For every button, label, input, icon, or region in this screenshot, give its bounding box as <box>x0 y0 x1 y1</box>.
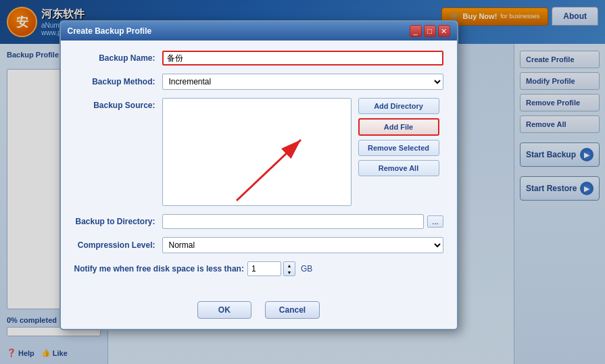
notify-value-input[interactable] <box>247 261 281 276</box>
backup-name-row: Backup Name: <box>74 51 443 66</box>
dialog-titlebar: Create Backup Profile _ □ ✕ <box>61 22 457 41</box>
notify-row: Notify me when free disk space is less t… <box>74 261 443 276</box>
cancel-button[interactable]: Cancel <box>265 301 320 319</box>
dialog-title: Create Backup Profile <box>68 26 152 36</box>
dialog-minimize-button[interactable]: _ <box>410 25 422 37</box>
backup-source-label: Backup Source: <box>74 98 162 110</box>
backup-method-label: Backup Method: <box>74 77 162 86</box>
dialog-footer: OK Cancel <box>61 294 457 329</box>
dialog-overlay: Create Backup Profile _ □ ✕ Backup Name:… <box>0 0 605 364</box>
notify-label: Notify me when free disk space is less t… <box>74 264 247 274</box>
ok-button[interactable]: OK <box>197 301 251 319</box>
backup-name-label: Backup Name: <box>74 53 162 63</box>
add-directory-button[interactable]: Add Directory <box>358 98 439 114</box>
compression-label: Compression Level: <box>74 240 162 250</box>
dialog-body: Backup Name: Backup Method: Incremental … <box>61 41 457 294</box>
remove-all-source-button[interactable]: Remove All <box>358 160 439 176</box>
source-buttons: Add Directory Add File Remove Selected R… <box>358 98 439 176</box>
spinner-down-button[interactable]: ▼ <box>284 269 295 276</box>
gb-label: GB <box>301 264 312 274</box>
add-file-button[interactable]: Add File <box>358 118 439 136</box>
dialog-maximize-button[interactable]: □ <box>424 25 436 37</box>
spinner-arrows: ▲ ▼ <box>283 261 295 276</box>
backup-to-dir-input[interactable] <box>162 214 425 229</box>
backup-to-dir-label: Backup to Directory: <box>74 217 162 226</box>
backup-to-dir-row: Backup to Directory: ... <box>74 214 443 229</box>
compression-select[interactable]: Normal <box>162 237 443 253</box>
app-background: 安 河东软件 aNumen www.pu.asp.cn 🛒 Buy Now! f… <box>0 0 605 364</box>
spinner-input: ▲ ▼ GB <box>247 261 312 276</box>
compression-row: Compression Level: Normal <box>74 237 443 253</box>
create-backup-dialog: Create Backup Profile _ □ ✕ Backup Name:… <box>59 20 458 330</box>
backup-name-input[interactable] <box>162 51 443 66</box>
backup-method-row: Backup Method: Incremental <box>74 74 443 90</box>
backup-method-select[interactable]: Incremental <box>162 74 443 90</box>
browse-button[interactable]: ... <box>427 215 443 228</box>
spinner-up-button[interactable]: ▲ <box>284 262 295 269</box>
backup-source-list <box>162 98 352 206</box>
dialog-close-button[interactable]: ✕ <box>438 25 450 37</box>
remove-selected-button[interactable]: Remove Selected <box>358 140 439 156</box>
backup-source-row: Backup Source: Add Directory Add File Re… <box>74 98 443 206</box>
